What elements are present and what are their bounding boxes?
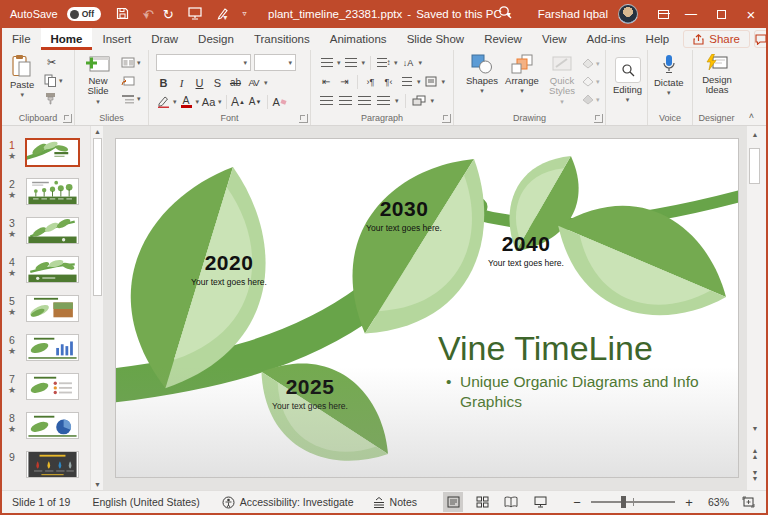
editing-button[interactable]: Editing ▾ [613,57,642,103]
language-indicator[interactable]: English (United States) [92,496,199,508]
thumbnail-slide-5[interactable]: 5 ★ [2,295,90,322]
shrink-font-button[interactable]: A▼ [248,94,263,109]
thumbnail-slide-3[interactable]: 3 ★ [2,217,90,244]
comments-button[interactable] [754,30,768,48]
new-slide-button[interactable]: New Slide ▾ [81,54,115,104]
drawing-dialog-launcher[interactable] [594,114,603,123]
undo-icon[interactable]: ↶▾ [143,8,149,21]
scroll-down-icon[interactable]: ▼ [747,426,763,432]
zoom-slider-thumb[interactable] [621,496,626,508]
clipboard-dialog-launcher[interactable] [63,114,72,123]
ink-tools-icon[interactable]: ▾ [216,7,229,22]
character-spacing-button[interactable]: AV [246,75,261,90]
shapes-button[interactable]: Shapes ▾ [464,54,500,94]
italic-button[interactable]: I [174,75,189,90]
justify-button[interactable] [376,93,391,108]
milestone-2020[interactable]: 2020 Your text goes here. [144,251,314,287]
user-avatar[interactable] [618,4,638,24]
start-slideshow-icon[interactable] [188,7,202,22]
text-shadow-button[interactable]: S [210,75,225,90]
close-button[interactable]: × [736,0,766,28]
bullets-caret-icon[interactable]: ▾ [337,60,341,66]
text-direction-button[interactable]: ↓A [401,55,416,70]
tab-animations[interactable]: Animations [320,28,397,50]
ltr-button[interactable]: ›¶ [363,74,378,89]
arrange-button[interactable]: Arrange ▾ [502,54,542,94]
columns-button[interactable] [399,74,414,89]
search-icon[interactable] [488,5,522,23]
line-spacing-caret-icon[interactable]: ▾ [394,60,398,66]
font-color-caret-icon[interactable]: ▾ [196,99,200,105]
decrease-indent-button[interactable]: ⇤ [319,74,334,89]
underline-button[interactable]: U [192,75,207,90]
grow-font-button[interactable]: A▲ [231,94,246,109]
text-highlight-button[interactable] [156,94,171,109]
slide-title[interactable]: Vine TimeLine [438,329,738,368]
layout-button[interactable]: ▾ [121,55,141,70]
numbering-caret-icon[interactable]: ▾ [362,60,366,66]
collapse-ribbon-icon[interactable]: ˄ [749,111,754,121]
thumbnail-slide-8[interactable]: 8 ★ [2,412,90,439]
tab-transitions[interactable]: Transitions [244,28,320,50]
thumbnail-slide-4[interactable]: 4 ★ [2,256,90,283]
reading-view-button[interactable] [501,492,521,512]
milestone-2040[interactable]: 2040 Your text goes here. [441,232,611,268]
tab-help[interactable]: Help [636,28,680,50]
canvas-scrollbar[interactable]: ▲ ▼ ▲▲ ▼▼ [747,126,763,490]
milestone-2025[interactable]: 2025 Your text goes here. [225,375,395,411]
rtl-button[interactable]: ¶‹ [381,74,396,89]
previous-slide-button[interactable]: ▲▲ [747,448,763,461]
tab-view[interactable]: View [532,28,577,50]
thumbnail-scrollbar-thumb[interactable] [93,138,102,296]
convert-smartart-caret-icon[interactable]: ▾ [431,98,435,104]
line-spacing-button[interactable]: ↕ [376,55,391,70]
font-size-combo[interactable]: ▾ [254,54,296,71]
paste-button[interactable]: Paste ▾ [10,54,34,98]
zoom-percentage[interactable]: 63% [703,496,729,508]
convert-smartart-button[interactable] [412,93,427,108]
tab-add-ins[interactable]: Add-ins [577,28,636,50]
save-icon[interactable] [116,7,129,22]
customize-qat-icon[interactable]: ▿ [243,10,247,18]
copy-button[interactable]: ▾ [44,73,63,88]
zoom-slider[interactable] [591,501,675,503]
thumbnail-slide-2[interactable]: 2 ★ [2,178,90,205]
tab-slide-show[interactable]: Slide Show [397,28,475,50]
normal-view-button[interactable] [443,492,463,512]
notes-button[interactable]: Notes [373,496,417,508]
scroll-up-icon[interactable]: ▲ [747,132,763,138]
paragraph-dialog-launcher[interactable] [442,114,451,123]
highlight-caret-icon[interactable]: ▾ [173,99,177,105]
autosave-toggle[interactable]: Off [67,7,101,21]
columns-caret-icon[interactable]: ▾ [417,79,421,85]
redo-icon[interactable]: ↻ [163,8,174,21]
tab-insert[interactable]: Insert [92,28,141,50]
text-direction-caret-icon[interactable]: ▾ [419,60,423,66]
share-button[interactable]: Share [683,30,750,48]
thumbnail-slide-6[interactable]: 6 ★ [2,334,90,361]
canvas-scrollbar-thumb[interactable] [749,148,760,184]
zoom-out-button[interactable]: − [572,495,582,510]
user-name[interactable]: Farshad Iqbal [538,8,608,20]
cut-button[interactable]: ✂ [44,55,63,70]
bullets-button[interactable] [319,55,334,70]
character-spacing-caret-icon[interactable]: ▾ [264,80,268,86]
minimize-button[interactable]: — [676,0,706,28]
maximize-button[interactable] [706,0,736,28]
tab-draw[interactable]: Draw [141,28,188,50]
slide-sorter-view-button[interactable] [472,492,492,512]
change-case-button[interactable]: Aa [201,94,216,109]
tab-review[interactable]: Review [474,28,532,50]
reset-button[interactable] [121,73,141,88]
section-button[interactable]: ▾ [121,91,141,106]
fit-slide-to-window-button[interactable] [738,492,758,512]
justify-caret-icon[interactable]: ▾ [395,98,399,104]
slide-editing-surface[interactable]: 2020 Your text goes here. 2030 Your text… [115,138,739,478]
increase-indent-button[interactable]: ⇥ [337,74,352,89]
shape-outline-button[interactable]: ▾ [582,74,600,89]
ribbon-display-options-icon[interactable] [650,0,676,28]
bold-button[interactable]: B [156,75,171,90]
accessibility-status[interactable]: Accessibility: Investigate [222,496,354,509]
design-ideas-button[interactable]: Design Ideas [698,54,736,96]
zoom-in-button[interactable]: + [684,495,694,510]
